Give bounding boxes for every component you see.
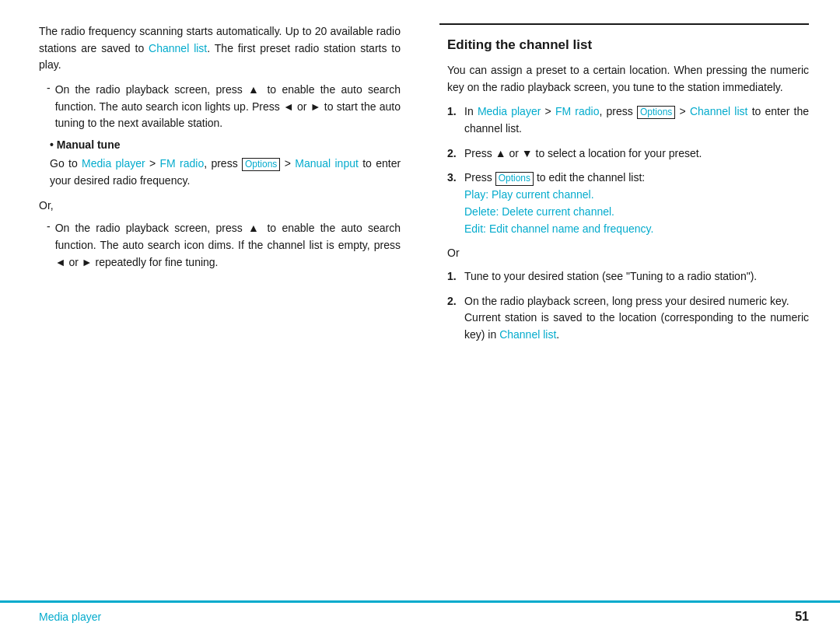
dash-item-1: - On the radio playback screen, press ▲ … <box>47 82 401 132</box>
left-column: The radio frequency scanning starts auto… <box>39 23 408 585</box>
num-text-3: Press Options to edit the channel list: … <box>464 170 809 237</box>
list-item-3: 3. Press Options to edit the channel lis… <box>447 170 809 237</box>
or-num-text-1: Tune to your desired station (see "Tunin… <box>464 268 809 285</box>
editing-heading: Editing the channel list <box>447 37 809 53</box>
content-area: The radio frequency scanning starts auto… <box>0 0 840 600</box>
footer: Media player 51 <box>0 600 840 630</box>
page-number: 51 <box>795 610 809 624</box>
media-player-link-text: Media player <box>82 157 145 170</box>
manual-tune-heading: • Manual tune <box>50 138 401 151</box>
or-list-item-2: 2. On the radio playback screen, long pr… <box>447 293 809 344</box>
channel-list-link: Channel list <box>149 42 207 54</box>
play-line: Play: Play current channel. <box>464 188 594 201</box>
fm-radio-link: FM radio <box>160 157 205 170</box>
or-text-left: Or, <box>39 198 401 215</box>
num-1: 1. <box>447 103 460 137</box>
or-text-right: Or <box>447 245 809 262</box>
bullet-symbol: • <box>50 138 57 151</box>
num-3: 3. <box>447 170 460 237</box>
editing-intro: You can assign a preset to a certain loc… <box>447 62 809 96</box>
num-2: 2. <box>447 145 460 163</box>
edit-line: Edit: Edit channel name and frequency. <box>464 222 653 235</box>
manual-input-link: Manual input <box>295 157 359 170</box>
intro-paragraph: The radio frequency scanning starts auto… <box>39 23 401 74</box>
or-list-item-1: 1. Tune to your desired station (see "Tu… <box>447 268 809 285</box>
manual-tune-section: • Manual tune Go to Media player > FM ra… <box>50 138 401 189</box>
numbered-list-2: 1. Tune to your desired station (see "Tu… <box>447 268 809 344</box>
or-num-text-2: On the radio playback screen, long press… <box>464 293 809 344</box>
footer-label: Media player <box>39 611 101 623</box>
num-text-1: In Media player > FM radio, press Option… <box>464 103 809 137</box>
or-num-1: 1. <box>447 268 460 285</box>
dash-item-2: - On the radio playback screen, press ▲ … <box>47 220 401 271</box>
options-box-left: Options <box>242 158 280 172</box>
item1-media-player: Media player <box>478 105 541 117</box>
dash-text-1: On the radio playback screen, press ▲ to… <box>55 82 401 132</box>
delete-line: Delete: Delete current channel. <box>464 205 614 218</box>
numbered-list: 1. In Media player > FM radio, press Opt… <box>447 103 809 237</box>
right-column: Editing the channel list You can assign … <box>439 23 809 585</box>
list-item-2: 2. Press ▲ or ▼ to select a location for… <box>447 145 809 163</box>
page: The radio frequency scanning starts auto… <box>0 0 840 630</box>
dash-text-2: On the radio playback screen, press ▲ to… <box>55 220 401 271</box>
dash-symbol-1: - <box>47 82 51 132</box>
options-box-right-3: Options <box>495 172 534 186</box>
list-item-1: 1. In Media player > FM radio, press Opt… <box>447 103 809 137</box>
or-channel-list: Channel list <box>499 328 556 341</box>
num-text-2: Press ▲ or ▼ to select a location for yo… <box>464 145 809 163</box>
manual-tune-description: Go to Media player > FM radio, press Opt… <box>50 156 401 189</box>
options-box-right-1: Options <box>637 106 675 120</box>
or-num-2: 2. <box>447 293 460 344</box>
dash-symbol-2: - <box>47 220 51 271</box>
item1-channel-list: Channel list <box>690 105 747 117</box>
item1-fm-radio: FM radio <box>555 105 600 117</box>
